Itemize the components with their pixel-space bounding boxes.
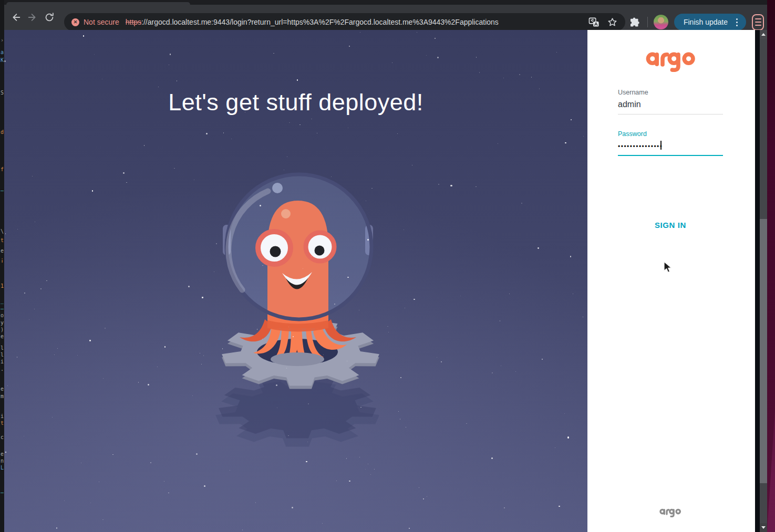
extensions-puzzle-icon[interactable] xyxy=(629,16,642,28)
gear-hole-lip xyxy=(271,352,324,366)
argo-wordmark-icon xyxy=(646,48,696,72)
password-field: Password xyxy=(618,130,723,156)
triangle-up-icon xyxy=(761,33,766,36)
mouse-cursor xyxy=(663,261,673,274)
reload-button[interactable] xyxy=(41,9,58,26)
page-content: Let's get stuff deployed! xyxy=(4,30,767,532)
back-button[interactable] xyxy=(7,9,24,26)
url-text: https://argocd.localtest.me:9443/login?r… xyxy=(126,18,583,26)
argo-footer-logo xyxy=(618,507,723,517)
sign-in-button[interactable]: SIGN IN xyxy=(618,221,723,230)
scroll-down-button[interactable] xyxy=(760,523,767,532)
translate-icon[interactable] xyxy=(588,17,600,28)
toolbar-separator xyxy=(647,17,648,27)
argo-footer-wordmark-icon xyxy=(659,507,681,517)
browser-toolbar: ✕ Not secure https://argocd.localtest.me… xyxy=(4,5,767,30)
bookmark-star-icon[interactable] xyxy=(607,17,618,28)
username-label: Username xyxy=(618,89,723,96)
triangle-down-icon xyxy=(761,526,766,529)
login-panel: Username Password SIGN IN xyxy=(587,30,755,532)
finish-update-label: Finish update xyxy=(684,18,728,26)
tab-strip xyxy=(4,0,767,5)
security-chip-label: Not secure xyxy=(84,18,119,26)
space-helmet xyxy=(226,174,371,319)
url-struck-scheme: https xyxy=(126,18,141,26)
address-bar[interactable]: ✕ Not secure https://argocd.localtest.me… xyxy=(64,13,625,31)
argo-octopus-mascot xyxy=(202,168,396,452)
password-input[interactable] xyxy=(618,143,723,156)
password-label: Password xyxy=(618,130,723,138)
forward-arrow-icon xyxy=(27,12,38,23)
back-arrow-icon xyxy=(10,12,22,23)
hero-headline: Let's get stuff deployed! xyxy=(4,89,587,116)
finish-update-button[interactable]: Finish update xyxy=(674,14,746,30)
screen: ›aKSdf–\te¡1_—oy)elli.emitcenL— xyxy=(0,0,775,532)
scroll-up-button[interactable] xyxy=(760,30,767,39)
scrollbar-thumb[interactable] xyxy=(760,219,767,483)
username-field: Username xyxy=(618,89,723,114)
background-terminal-window-sliver: ›aKSdf–\te¡1_—oy)elli.emitcenL— xyxy=(0,0,4,532)
username-input[interactable] xyxy=(618,100,723,114)
kebab-menu-icon[interactable] xyxy=(733,16,741,28)
site-security-chip[interactable]: ✕ Not secure xyxy=(64,18,126,26)
text-caret xyxy=(660,141,662,150)
profile-avatar[interactable] xyxy=(654,15,668,29)
omnibox-action-icons xyxy=(583,17,625,28)
reload-icon xyxy=(44,12,55,23)
browser-menu-update-icon[interactable] xyxy=(752,14,764,30)
space-background: Let's get stuff deployed! xyxy=(4,30,587,532)
argo-logo xyxy=(618,48,724,72)
url-rest: ://argocd.localtest.me:9443/login?return… xyxy=(141,18,499,26)
not-secure-icon: ✕ xyxy=(71,18,79,26)
vertical-scrollbar[interactable] xyxy=(760,30,767,532)
forward-button[interactable] xyxy=(24,9,41,26)
page-edge-strip xyxy=(755,30,760,532)
desktop-wallpaper-sliver xyxy=(767,0,775,532)
browser-window: ✕ Not secure https://argocd.localtest.me… xyxy=(4,0,767,532)
